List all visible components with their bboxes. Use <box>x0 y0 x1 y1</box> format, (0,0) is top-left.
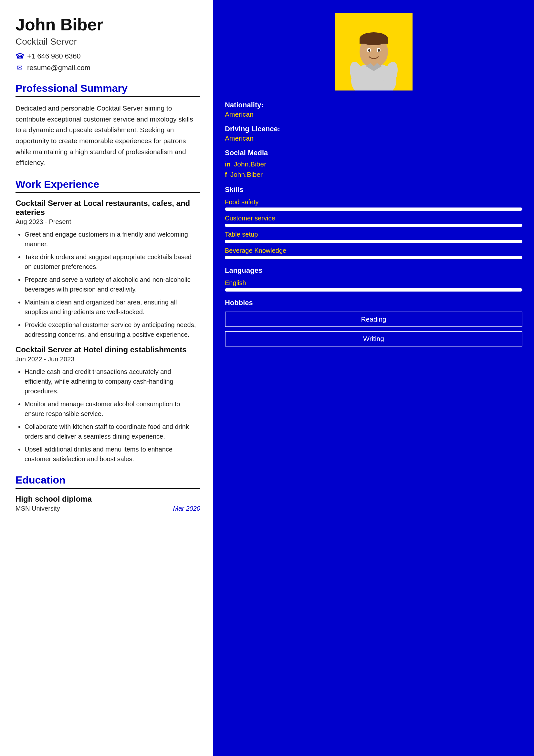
edu-date: Mar 2020 <box>173 505 201 512</box>
divider-experience <box>15 192 200 193</box>
hobbies-title: Hobbies <box>225 299 522 307</box>
facebook-value: John.Biber <box>230 171 263 178</box>
skill-food-safety: Food safety <box>225 199 522 211</box>
email-row: ✉ resume@gmail.com <box>15 64 200 72</box>
phone-value: +1 646 980 6360 <box>27 52 81 61</box>
lang-english: English <box>225 279 522 291</box>
driving-label: Driving Licence: <box>225 125 522 133</box>
job1-title: Cocktail Server at Local restaurants, ca… <box>15 199 200 217</box>
skill-name: Food safety <box>225 199 522 206</box>
skill-name: Customer service <box>225 215 522 222</box>
section-title-experience: Work Experience <box>15 178 200 190</box>
section-title-education: Education <box>15 474 200 486</box>
skill-bar-fill <box>225 207 439 211</box>
skill-bar-fill <box>225 224 463 227</box>
svg-point-8 <box>368 49 370 52</box>
linkedin-row: in John.Biber <box>225 160 522 168</box>
social-media-title: Social Media <box>225 149 522 157</box>
candidate-name: John Biber <box>15 15 200 34</box>
email-icon: ✉ <box>15 64 24 72</box>
job1-dates: Aug 2023 - Present <box>15 218 200 226</box>
bullet-item: Monitor and manage customer alcohol cons… <box>25 399 200 418</box>
bullet-item: Provide exceptional customer service by … <box>25 320 200 339</box>
svg-point-9 <box>378 49 380 52</box>
lang-name: English <box>225 279 522 287</box>
summary-text: Dedicated and personable Cocktail Server… <box>15 103 200 168</box>
bullet-item: Upsell additional drinks and menu items … <box>25 445 200 464</box>
divider-education <box>15 488 200 489</box>
skill-bar-bg <box>225 256 522 259</box>
edu-degree: High school diploma <box>15 495 200 503</box>
facebook-icon: f <box>225 171 227 178</box>
phone-icon: ☎ <box>15 52 24 61</box>
bullet-item: Collaborate with kitchen staff to coordi… <box>25 422 200 441</box>
skill-name: Table setup <box>225 231 522 238</box>
education-block: High school diploma MSN University Mar 2… <box>15 495 200 512</box>
photo-container <box>225 13 522 91</box>
bullet-item: Take drink orders and suggest appropriat… <box>25 252 200 272</box>
person-svg <box>335 13 413 91</box>
job-title: Cocktail Server <box>15 37 200 47</box>
skills-title: Skills <box>225 185 522 194</box>
skill-beverage-knowledge: Beverage Knowledge <box>225 247 522 259</box>
hobby-writing: Writing <box>225 331 522 346</box>
driving-value: American <box>225 134 522 142</box>
linkedin-value: John.Biber <box>234 160 266 168</box>
svg-rect-5 <box>360 39 388 44</box>
languages-title: Languages <box>225 266 522 275</box>
left-panel: John Biber Cocktail Server ☎ +1 646 980 … <box>0 0 213 756</box>
bullet-item: Maintain a clean and organized bar area,… <box>25 297 200 317</box>
skill-name: Beverage Knowledge <box>225 247 522 255</box>
bullet-item: Handle cash and credit transactions accu… <box>25 367 200 396</box>
linkedin-icon: in <box>225 161 231 168</box>
nationality-value: American <box>225 111 522 118</box>
facebook-row: f John.Biber <box>225 171 522 178</box>
skill-customer-service: Customer service <box>225 215 522 227</box>
skill-bar-fill <box>225 240 427 243</box>
job2-bullets: Handle cash and credit transactions accu… <box>15 367 200 464</box>
edu-row: MSN University Mar 2020 <box>15 505 200 512</box>
bullet-item: Prepare and serve a variety of alcoholic… <box>25 275 200 294</box>
skill-bar-bg <box>225 207 522 211</box>
email-value: resume@gmail.com <box>27 64 90 72</box>
skill-bar-bg <box>225 224 522 227</box>
hobby-reading: Reading <box>225 311 522 327</box>
skill-bar-fill <box>225 256 451 259</box>
job2-dates: Jun 2022 - Jun 2023 <box>15 356 200 363</box>
person-figure <box>335 13 413 91</box>
section-title-summary: Professional Summary <box>15 82 200 94</box>
bullet-item: Greet and engage customers in a friendly… <box>25 230 200 249</box>
edu-school: MSN University <box>15 505 60 512</box>
photo <box>335 13 413 91</box>
lang-bar-bg <box>225 288 522 291</box>
skill-table-setup: Table setup <box>225 231 522 243</box>
phone-row: ☎ +1 646 980 6360 <box>15 52 200 61</box>
divider-summary <box>15 96 200 97</box>
right-panel: Nationality: American Driving Licence: A… <box>213 0 534 756</box>
nationality-label: Nationality: <box>225 101 522 109</box>
job1-bullets: Greet and engage customers in a friendly… <box>15 230 200 339</box>
lang-bar-fill <box>225 288 463 291</box>
job2-title: Cocktail Server at Hotel dining establis… <box>15 345 200 354</box>
skill-bar-bg <box>225 240 522 243</box>
